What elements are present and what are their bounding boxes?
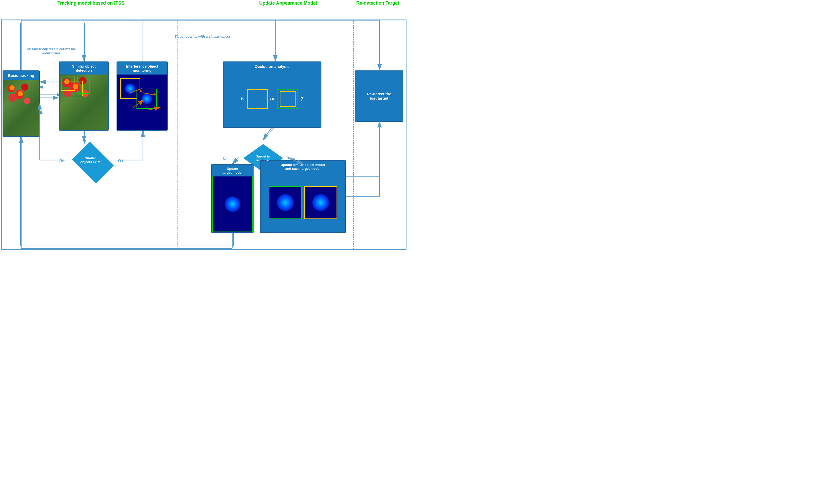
dashed-line-2 [353, 20, 354, 249]
target-occluded-label: Target isoccluded [256, 154, 270, 162]
basic-tracking-box: Basic tracking [3, 70, 40, 137]
occlusion-analysis-label: Occlusion analysis [255, 64, 290, 69]
section-tracking-model: Tracking model based on ITSS [20, 1, 161, 6]
similar-detection-box: Similar objectdetection [59, 61, 109, 131]
occlusion-analysis-box: Occlusion analysis is or ? [223, 61, 321, 128]
no-label-similar: No [59, 158, 64, 162]
dashed-line-1 [177, 20, 177, 249]
similar-exists-diamond: Similarobjects exist [66, 142, 115, 178]
svg-line-11 [263, 127, 275, 140]
diagram: Tracking model based on ITSS Update Appe… [0, 0, 409, 252]
target-occluded-diamond: Target isoccluded [238, 140, 288, 177]
yes-label-occluded: Yes [289, 157, 295, 161]
no-label-occluded: No [223, 157, 228, 161]
svg-line-41 [263, 128, 271, 139]
section-update-appearance: Update Appearance Model [241, 1, 336, 6]
yes-label-similar: Yes [117, 158, 123, 162]
interference-monitoring-box: Interference objectmonitoring [117, 61, 168, 131]
basic-tracking-label: Basic tracking [8, 73, 34, 78]
redetect-target-box: Re-detect thelost target [355, 70, 403, 122]
interference-monitoring-label: Interference objectmonitoring [126, 64, 158, 72]
similar-exists-label: Similarobjects exist [80, 156, 101, 164]
similar-detection-label: Similar objectdetection [72, 64, 96, 72]
annotation-target-overlap: Target overlap with a similar object [172, 35, 233, 39]
annotation-outside-warning: All similar objects are outside the warn… [26, 47, 77, 55]
redetect-target-label: Re-detect thelost target [367, 92, 391, 100]
section-redetection: Re-detection Target [351, 1, 405, 6]
svg-line-42 [233, 158, 238, 163]
